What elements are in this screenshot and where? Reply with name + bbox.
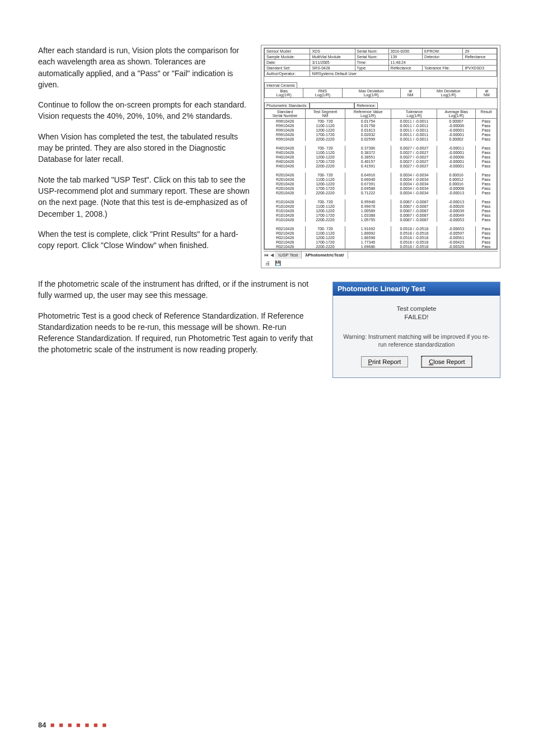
sheet-tabs: ⏮ ◀ \ USP Test λ PhotometricTest /	[264, 251, 498, 259]
table-row	[265, 222, 497, 226]
meta-value: 11:48:24	[388, 60, 496, 66]
save-disk-icon[interactable]: 💾	[274, 260, 282, 267]
table-row: R4010428700- 7200.373060.0027 / -0.0027-…	[265, 146, 497, 150]
table-row: R10104281700-17201.033880.0087 / -0.0087…	[265, 213, 497, 217]
tab-nav-prev-icon[interactable]: ◀	[269, 253, 275, 258]
photometric-data-table: StandardSerial Number Test SegmentNM Ref…	[264, 109, 497, 249]
internal-ceramic-title: Internal Ceramic	[264, 82, 297, 88]
page-footer: 84 ■ ■ ■ ■ ■ ■ ■	[38, 721, 107, 729]
table-row: R0210428700- 7201.916920.0518 / -0.0518-…	[265, 226, 497, 231]
tab-usp-test[interactable]: \ USP Test	[275, 251, 302, 259]
table-row: R99104282200-22200.025990.0011 / -0.0011…	[265, 137, 497, 141]
paragraph-6: If the photometric scale of the instrume…	[38, 278, 318, 301]
meta-value: Reflectance	[463, 54, 497, 60]
table-row: R99104281200-12200.018130.0011 / -0.0011…	[265, 128, 497, 132]
table-row: R02104281700-17201.773400.0518 / -0.0518…	[265, 240, 497, 244]
meta-label: Time:	[355, 60, 388, 66]
dialog-title: Photometric Linearity Test	[333, 282, 500, 296]
table-row: R2010428700- 7200.649160.0034 / -0.00340…	[265, 172, 497, 177]
paragraph-3: When Vision has completed the test, the …	[38, 131, 251, 165]
paragraph-7: Photometric Test is a good check of Refe…	[38, 310, 318, 356]
photometric-linearity-dialog: Photometric Linearity Test Test complete…	[332, 282, 500, 378]
meta-value: 139	[388, 54, 423, 60]
meta-value: 3/11/2005	[310, 60, 355, 66]
meta-label: Type:	[355, 66, 388, 71]
meta-value: Reflectance	[388, 66, 423, 71]
meta-value: 29	[463, 49, 497, 54]
meta-value: SRS-0428	[310, 66, 355, 71]
meta-value: MultiVial Module	[310, 54, 355, 60]
meta-table: Sensor Model: XDS Serial Num: 3016-0200 …	[264, 48, 497, 77]
table-row: R99104281700-17200.020320.0011 / -0.0011…	[265, 132, 497, 137]
meta-value: 3016-0200	[388, 49, 423, 54]
paragraph-5: When the test is complete, click "Print …	[38, 228, 251, 251]
meta-label: Standard Set:	[265, 66, 310, 71]
table-row: R20104282200-22200.712220.0034 / -0.0034…	[265, 190, 497, 195]
table-row: R02104282200-22201.696860.0518 / -0.0518…	[265, 244, 497, 249]
table-row	[265, 141, 497, 146]
page-number: 84	[38, 721, 46, 729]
close-report-button[interactable]: Close Report	[421, 356, 472, 367]
meta-label: Detector:	[423, 54, 463, 60]
table-row: R02104281100-11201.890920.0518 / -0.0518…	[265, 231, 497, 235]
meta-label: Tolerance File:	[423, 66, 463, 71]
table-row: R9910428700- 7200.017540.0011 / -0.00110…	[265, 119, 497, 124]
tab-photometric-test[interactable]: λ PhotometricTest /	[302, 251, 348, 259]
meta-label: Date:	[265, 60, 310, 66]
meta-label: Serial Num:	[355, 49, 388, 54]
tab-nav-first-icon[interactable]: ⏮	[264, 253, 269, 258]
meta-label: Serial Num:	[355, 54, 388, 60]
meta-label: Sensor Model:	[265, 49, 310, 54]
table-row: R40104282200-22200.415910.0027 / -0.0027…	[265, 164, 497, 168]
table-row	[265, 195, 497, 199]
print-report-button[interactable]: Print Report	[361, 356, 409, 367]
reference-label: Reference:	[354, 102, 378, 109]
table-row: R40104281200-12200.385510.0027 / -0.0027…	[265, 155, 497, 159]
table-row: R40104281700-17200.401570.0027 / -0.0027…	[265, 159, 497, 164]
table-row: R10104282200-22201.057550.0087 / -0.0087…	[265, 217, 497, 222]
table-row	[265, 168, 497, 172]
internal-ceramic-headers: BiasLog(1/R) RMSLog(1/R) Max DeviationLo…	[264, 88, 497, 98]
dialog-warning-text: Warning: Instrument matching will be imp…	[340, 333, 493, 348]
printer-icon[interactable]: 🖨	[264, 260, 271, 267]
meta-value: XDS	[310, 49, 355, 54]
meta-label: EPROM:	[423, 49, 463, 54]
table-row: R40104281100-11200.383720.0027 / -0.0027…	[265, 150, 497, 155]
table-row: R99104281100-11200.017580.0011 / -0.0011…	[265, 123, 497, 128]
photometric-standards-label: Photometric Standards:	[264, 102, 310, 109]
paragraph-4: Note the tab marked "USP Test". Click on…	[38, 174, 251, 220]
table-row: R20104281700-17200.695880.0034 / -0.0034…	[265, 186, 497, 190]
results-spreadsheet: Sensor Model: XDS Serial Num: 3016-0200 …	[261, 45, 500, 268]
footer-dots-icon: ■ ■ ■ ■ ■ ■ ■	[50, 721, 108, 729]
table-row: R20104281200-12200.673910.0034 / -0.0034…	[265, 181, 497, 186]
table-row: R10104281100-11200.996780.0087 / -0.0087…	[265, 204, 497, 208]
table-row: R10104281200-12201.005890.0087 / -0.0087…	[265, 208, 497, 213]
dialog-status-line: Test complete	[340, 305, 493, 312]
meta-value: IPVXDSD3	[463, 66, 497, 71]
paragraph-2: Continue to follow the on-screen prompts…	[38, 99, 251, 122]
meta-label: Author/Operator:	[265, 71, 310, 77]
meta-value: NIRSystems Default User	[310, 71, 497, 77]
dialog-result-line: FAILED!	[340, 314, 493, 320]
paragraph-1: After each standard is run, Vision plots…	[38, 45, 251, 90]
table-row: R1010428700- 7200.959400.0087 / -0.0087-…	[265, 199, 497, 204]
meta-label: Sample Module:	[265, 54, 310, 60]
table-row: R02104281200-12201.865980.0518 / -0.0518…	[265, 235, 497, 240]
table-row: R20104281100-11200.660400.0034 / -0.0034…	[265, 177, 497, 181]
